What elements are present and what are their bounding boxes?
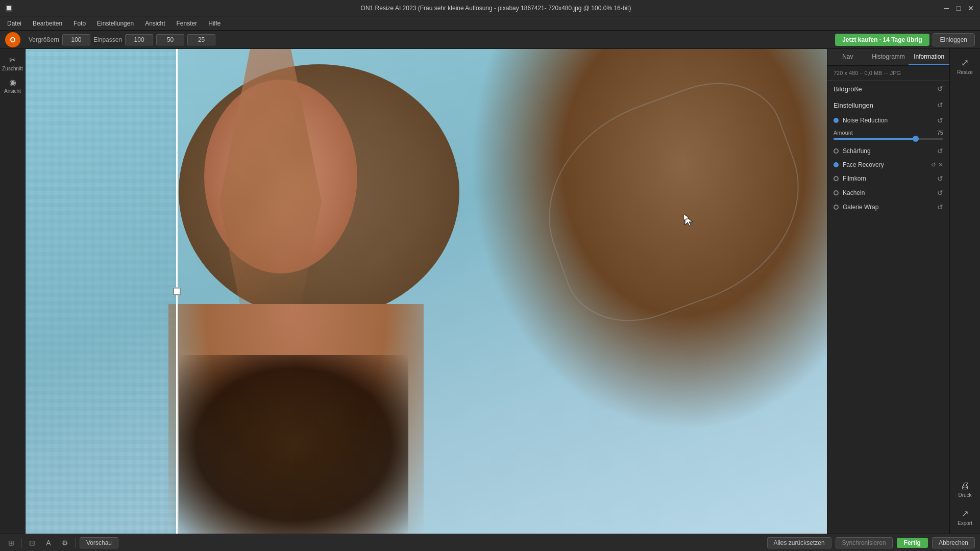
menu-foto[interactable]: Foto (68, 19, 91, 28)
far-right-panel: ⤢ Resize 🖨 Druck ↗ Export (949, 49, 980, 534)
dress-area (179, 355, 408, 534)
einstellungen-reset-icon[interactable]: ↺ (937, 101, 943, 109)
face-recovery-refresh-icon[interactable]: ↺ (931, 161, 936, 168)
bildgrosse-section[interactable]: Bildgröße ↺ (827, 81, 949, 97)
minimize-button[interactable]: ─ (942, 4, 950, 12)
galerie-wrap-dot[interactable] (834, 205, 839, 210)
face-recovery-close-icon[interactable]: ✕ (938, 161, 943, 168)
toolbar: O Vergrößern Einpassen Jetzt kaufen · 14… (0, 31, 980, 49)
amount-slider-track[interactable] (834, 138, 943, 140)
text-icon-btn[interactable]: A (42, 537, 55, 549)
face-recovery-row[interactable]: Face Recovery ↺ ✕ (827, 158, 949, 171)
druck-button[interactable]: 🖨 Druck (952, 477, 978, 502)
main-area: ✂ Zuschnitt ◉ Ansicht (0, 49, 980, 534)
maximize-button[interactable]: □ (954, 4, 963, 12)
noise-reduction-left: Noise Reduction (834, 117, 888, 124)
export-button[interactable]: ↗ Export (952, 504, 978, 530)
vergrossern-input[interactable] (62, 34, 90, 45)
menu-bearbeiten[interactable]: Bearbeiten (28, 19, 67, 28)
kacheln-left: Kacheln (834, 189, 865, 196)
fertig-button[interactable]: Fertig (897, 538, 928, 548)
noise-reduction-label: Noise Reduction (843, 117, 888, 124)
export-icon: ↗ (961, 508, 969, 519)
canvas-area[interactable] (26, 49, 827, 534)
filmkorn-reset-icon[interactable]: ↺ (937, 174, 943, 183)
noise-reduction-row[interactable]: Noise Reduction ↺ (827, 113, 949, 128)
tab-histogram[interactable]: Histogramm (868, 49, 909, 65)
image-info: 720 x 480 ∙∙ 0,0 MB ∙∙∙ JPG (827, 66, 949, 81)
pixelated-overlay (26, 49, 176, 534)
sync-button[interactable]: Synchronisieren (836, 537, 893, 548)
abbrechen-button[interactable]: Abbrechen (932, 537, 975, 548)
kacheln-dot[interactable] (834, 190, 839, 195)
preview-button[interactable]: Vorschau (80, 537, 118, 548)
noise-reduction-reset-icon[interactable]: ↺ (937, 116, 943, 124)
zuschnitt-icon: ✂ (9, 55, 16, 65)
statusbar: ⊞ ⊡ A ⚙ Vorschau Alles zurücksetzen Sync… (0, 534, 980, 551)
menu-hilfe[interactable]: Hilfe (203, 19, 226, 28)
ansicht-icon: ◉ (9, 78, 16, 87)
vergrossern-label: Vergrößern (29, 36, 59, 43)
resize-label: Resize (957, 69, 973, 75)
einstellungen-section[interactable]: Einstellungen ↺ (827, 97, 949, 113)
einpassen-label: Einpassen (93, 36, 122, 43)
amount-label-row: Amount 75 (834, 130, 943, 136)
field3-input[interactable] (187, 34, 215, 45)
export-label: Export (958, 520, 972, 526)
einstellungen-label: Einstellungen (834, 102, 873, 109)
close-button[interactable]: ✕ (967, 4, 975, 12)
schärfung-row[interactable]: Schärfung ↺ (827, 144, 949, 158)
schärfung-left: Schärfung (834, 147, 871, 155)
field2-input[interactable] (156, 34, 184, 45)
left-sidebar: ✂ Zuschnitt ◉ Ansicht (0, 49, 26, 534)
amount-row: Amount 75 (827, 128, 949, 144)
menu-datei[interactable]: Datei (2, 19, 27, 28)
bildgrosse-reset-icon[interactable]: ↺ (937, 85, 943, 93)
galerie-wrap-label: Galerie Wrap (843, 204, 878, 211)
schärfung-label: Schärfung (843, 147, 871, 155)
amount-slider-fill (834, 138, 916, 140)
right-panel: Nav Histogramm Information 720 x 480 ∙∙ … (827, 49, 949, 534)
titlebar-controls: ─ □ ✕ (942, 4, 975, 12)
zuschnitt-tool[interactable]: ✂ Zuschnitt (3, 53, 23, 73)
tab-nav[interactable]: Nav (827, 49, 868, 65)
tab-information[interactable]: Information (909, 49, 949, 65)
titlebar: 🔲 ON1 Resize AI 2023 (Frau sehr kleine A… (0, 0, 980, 16)
app-logo: O (5, 32, 20, 47)
einpassen-input[interactable] (125, 34, 153, 45)
face-recovery-dot[interactable] (834, 162, 839, 167)
menu-ansicht[interactable]: Ansicht (140, 19, 170, 28)
statusbar-divider1 (21, 538, 22, 548)
reset-all-button[interactable]: Alles zurücksetzen (767, 537, 831, 548)
schärfung-dot[interactable] (834, 148, 839, 154)
galerie-wrap-row[interactable]: Galerie Wrap ↺ (827, 200, 949, 214)
filmkorn-label: Filmkorn (843, 175, 866, 182)
filmkorn-dot[interactable] (834, 176, 839, 181)
ansicht-label: Ansicht (4, 88, 21, 94)
statusbar-divider2 (75, 538, 76, 548)
grid-icon-btn[interactable]: ⊞ (5, 537, 17, 549)
menubar: Datei Bearbeiten Foto Einstellungen Ansi… (0, 16, 980, 31)
menu-einstellungen[interactable]: Einstellungen (92, 19, 139, 28)
druck-label: Druck (958, 492, 971, 498)
noise-reduction-dot[interactable] (834, 118, 839, 123)
kacheln-row[interactable]: Kacheln ↺ (827, 186, 949, 200)
bildgrosse-label: Bildgröße (834, 85, 862, 93)
galerie-wrap-reset-icon[interactable]: ↺ (937, 203, 943, 211)
kacheln-reset-icon[interactable]: ↺ (937, 189, 943, 197)
crop-icon-btn[interactable]: ⊡ (26, 537, 38, 549)
ansicht-tool[interactable]: ◉ Ansicht (3, 76, 23, 96)
amount-slider-thumb[interactable] (913, 136, 919, 142)
settings-icon-btn[interactable]: ⚙ (59, 537, 71, 549)
right-content: Bildgröße ↺ Einstellungen ↺ Noise Reduct… (827, 81, 949, 534)
resize-button[interactable]: ⤢ Resize (952, 53, 978, 79)
filmkorn-row[interactable]: Filmkorn ↺ (827, 171, 949, 186)
kacheln-label: Kacheln (843, 189, 865, 196)
buy-button[interactable]: Jetzt kaufen · 14 Tage übrig (835, 34, 929, 46)
filmkorn-left: Filmkorn (834, 175, 866, 182)
login-button[interactable]: Einloggen (933, 33, 975, 46)
schärfung-reset-icon[interactable]: ↺ (937, 147, 943, 155)
menu-fenster[interactable]: Fenster (172, 19, 203, 28)
amount-label: Amount (834, 130, 853, 136)
split-handle[interactable] (173, 288, 181, 295)
